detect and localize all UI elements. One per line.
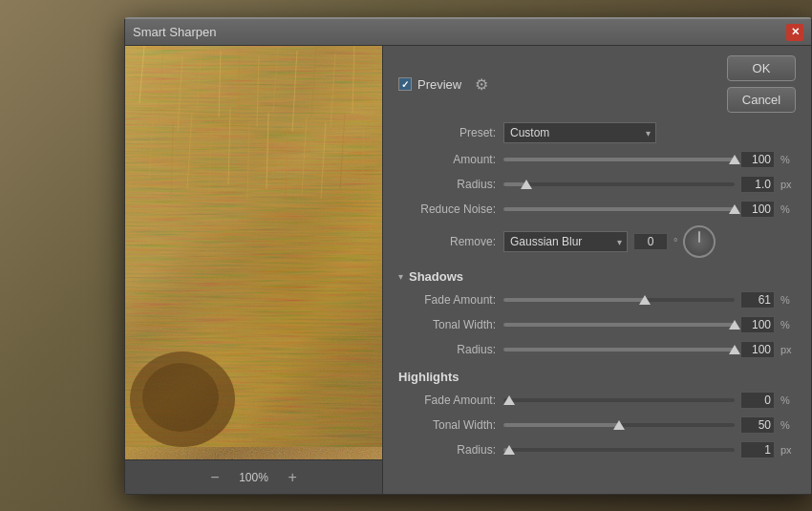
shadows-fade-label: Fade Amount: [398,293,503,307]
highlights-tonal-fill [503,423,619,427]
highlights-title: Highlights [398,370,459,384]
shadows-radius-value[interactable] [740,341,775,358]
preset-row: Preset: Custom Default Sharpen Low Sharp… [398,122,796,143]
highlights-radius-label: Radius: [398,443,503,457]
shadows-fade-track[interactable] [503,298,735,302]
reduce-noise-label: Reduce Noise: [398,202,503,216]
controls-panel: ✓ Preview ⚙ OK Cancel Preset: Custom [383,46,811,494]
zoom-out-button[interactable]: − [204,467,224,488]
shadows-radius-fill [503,348,735,351]
gear-icon[interactable]: ⚙ [475,75,488,94]
amount-slider-fill [503,158,735,161]
highlights-fade-row: Fade Amount: % [398,392,796,409]
smart-sharpen-dialog: Smart Sharpen ✕ [124,17,812,495]
shadows-section-header: ▾ Shadows [398,269,796,284]
remove-label: Remove: [398,235,503,248]
radius-value-input[interactable] [740,176,775,193]
highlights-radius-slider-row: px [503,441,796,458]
preview-toolbar: − 100% + [125,459,382,494]
preset-select[interactable]: Custom Default Sharpen Low Sharpen High [503,122,656,143]
reduce-noise-unit: % [780,203,796,215]
title-bar: Smart Sharpen ✕ [125,19,811,46]
action-buttons: OK Cancel [727,55,796,113]
preview-checkbox[interactable]: ✓ [398,77,412,91]
close-button[interactable]: ✕ [786,24,803,41]
amount-unit: % [780,154,796,165]
shadows-radius-track[interactable] [503,348,735,351]
ok-button[interactable]: OK [727,55,796,81]
reduce-noise-slider-row: % [503,201,796,218]
zoom-level-display: 100% [235,471,273,484]
shadows-tonal-row: Tonal Width: % [398,316,796,333]
shadows-fade-thumb[interactable] [639,295,651,305]
highlights-radius-value[interactable] [740,441,775,458]
highlights-section-header: Highlights [398,370,796,384]
shadows-fade-value[interactable] [740,291,775,309]
highlights-tonal-value[interactable] [740,416,775,434]
shadows-radius-label: Radius: [398,343,503,356]
zoom-in-button[interactable]: + [283,467,303,488]
highlights-fade-track[interactable] [503,398,735,402]
radius-slider-thumb[interactable] [521,180,532,189]
shadows-tonal-track[interactable] [503,323,735,327]
radius-row: Radius: px [398,176,796,193]
highlights-tonal-label: Tonal Width: [398,418,503,432]
highlights-radius-unit: px [780,444,796,456]
reduce-noise-slider-thumb[interactable] [729,204,740,214]
highlights-tonal-track[interactable] [503,423,735,427]
amount-value-input[interactable] [740,151,775,168]
highlights-radius-row: Radius: px [398,441,796,458]
shadows-fade-row: Fade Amount: % [398,291,796,309]
angle-dial[interactable] [683,225,716,258]
shadows-tonal-value[interactable] [740,316,775,333]
reduce-noise-slider-fill [503,207,735,211]
shadows-tonal-slider-row: % [503,316,796,333]
checkbox-check-icon: ✓ [401,79,409,90]
highlights-tonal-row: Tonal Width: % [398,416,796,434]
radius-unit: px [780,179,796,190]
highlights-tonal-slider-row: % [503,416,796,434]
shadows-radius-slider-row: px [503,341,796,358]
shadows-tonal-fill [503,323,735,327]
highlights-tonal-unit: % [780,419,796,431]
remove-select[interactable]: Gaussian Blur Lens Blur Motion Blur [503,231,628,252]
shadows-radius-thumb[interactable] [729,345,740,354]
highlights-radius-thumb[interactable] [503,445,515,455]
amount-slider-track[interactable] [503,158,735,161]
reduce-noise-slider-track[interactable] [503,207,735,211]
preset-label: Preset: [398,126,503,139]
shadows-toggle[interactable]: ▾ [398,271,403,282]
shadows-title: Shadows [409,269,463,284]
degree-symbol: ° [673,236,677,247]
remove-row: Remove: Gaussian Blur Lens Blur Motion B… [398,225,796,258]
highlights-fade-unit: % [780,394,796,406]
highlights-tonal-thumb[interactable] [613,420,625,430]
remove-controls: Gaussian Blur Lens Blur Motion Blur ° [503,225,716,258]
preview-label: Preview [417,77,461,92]
shadows-radius-row: Radius: px [398,341,796,358]
amount-label: Amount: [398,153,503,166]
shadows-fade-fill [503,298,645,302]
preview-panel: − 100% + [125,46,383,494]
cancel-button[interactable]: Cancel [727,87,796,113]
highlights-fade-thumb[interactable] [503,395,515,405]
svg-point-27 [142,363,219,432]
reduce-noise-value-input[interactable] [740,201,775,218]
angle-input[interactable] [633,233,668,250]
remove-select-wrapper: Gaussian Blur Lens Blur Motion Blur [503,231,628,252]
preview-image[interactable] [125,46,382,459]
highlights-fade-value[interactable] [740,392,775,409]
reduce-noise-row: Reduce Noise: % [398,201,796,218]
highlights-radius-track[interactable] [503,448,735,452]
dialog-body: − 100% + ✓ Preview ⚙ OK [125,46,811,494]
radius-slider-track[interactable] [503,182,735,186]
highlights-fade-label: Fade Amount: [398,394,503,407]
shadows-radius-unit: px [780,344,796,355]
amount-slider-thumb[interactable] [729,155,740,164]
shadows-tonal-thumb[interactable] [729,320,740,330]
shadows-fade-unit: % [780,294,796,306]
preview-check-row: ✓ Preview [398,77,461,92]
amount-slider-row: % [503,151,796,168]
shadows-fade-slider-row: % [503,291,796,309]
dialog-title: Smart Sharpen [133,25,786,39]
